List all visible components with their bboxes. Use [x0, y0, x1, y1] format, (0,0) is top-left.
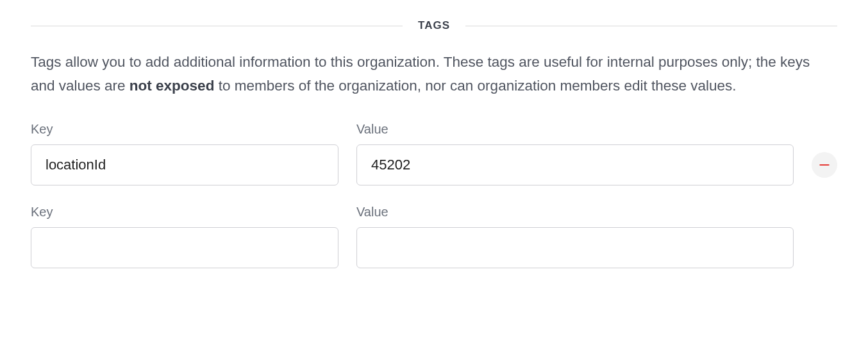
key-input[interactable] [31, 144, 338, 185]
divider-line-right [465, 26, 837, 26]
remove-tag-button[interactable] [812, 152, 837, 178]
minus-icon [818, 159, 831, 171]
value-field: Value [356, 205, 794, 268]
value-field: Value [356, 122, 794, 185]
description-emphasis: not exposed [129, 78, 215, 94]
description-text-post: to members of the organization, nor can … [214, 78, 736, 94]
key-label: Key [31, 205, 338, 219]
key-input[interactable] [31, 227, 338, 268]
section-divider: TAGS [31, 19, 837, 32]
key-field: Key [31, 205, 338, 268]
section-heading: TAGS [403, 19, 465, 32]
value-label: Value [356, 122, 794, 137]
key-field: Key [31, 122, 338, 185]
divider-line-left [31, 26, 403, 26]
tag-row: Key Value [31, 122, 837, 185]
value-input[interactable] [356, 144, 794, 185]
section-description: Tags allow you to add additional informa… [31, 50, 837, 98]
value-label: Value [356, 205, 794, 219]
key-label: Key [31, 122, 338, 137]
value-input[interactable] [356, 227, 794, 268]
tag-row: Key Value [31, 205, 837, 268]
